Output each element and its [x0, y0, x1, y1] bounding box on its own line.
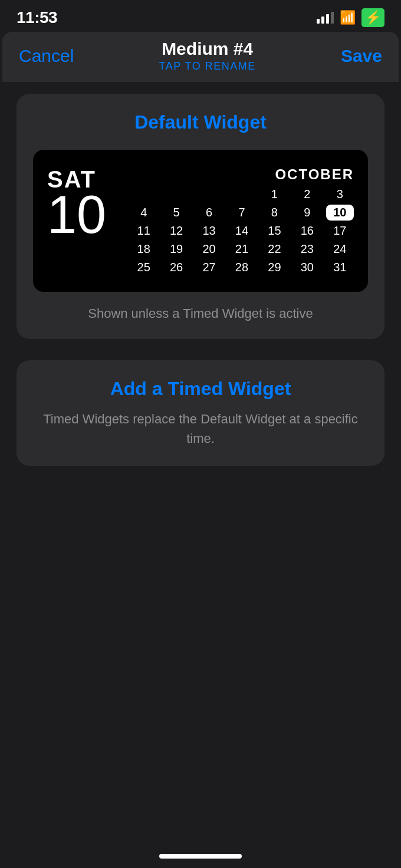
cal-cell: 8: [261, 205, 288, 221]
wifi-icon: 📶: [340, 10, 356, 25]
cal-cell: 14: [228, 223, 255, 239]
cal-cell: 25: [130, 259, 157, 275]
status-icons: 📶 ⚡: [317, 8, 384, 27]
tap-to-rename-label: TAP TO RENAME: [159, 60, 256, 73]
cal-cell: 10: [326, 205, 354, 221]
status-time: 11:53: [17, 8, 57, 27]
default-widget-title: Default Widget: [33, 111, 368, 133]
cal-day-section: SAT 10: [47, 166, 118, 241]
timed-widget-title[interactable]: Add a Timed Widget: [33, 378, 368, 400]
cal-month-name: OCTOBER: [130, 166, 354, 183]
cal-cell: 13: [195, 223, 223, 239]
nav-title-group[interactable]: Medium #4 TAP TO RENAME: [159, 39, 256, 73]
timed-widget-description: Timed Widgets replace the Default Widget…: [33, 409, 368, 448]
default-widget-description: Shown unless a Timed Widget is active: [33, 306, 368, 321]
cal-cell: 21: [228, 241, 255, 257]
nav-bar: Cancel Medium #4 TAP TO RENAME Save: [2, 32, 399, 82]
cal-cell: 5: [162, 205, 190, 221]
cal-cell: 15: [261, 223, 288, 239]
calendar-widget-preview: SAT 10 OCTOBER 1234567891011121314151617…: [33, 150, 368, 292]
cal-cell: 23: [293, 241, 321, 257]
cal-cell: 19: [162, 241, 190, 257]
save-button[interactable]: Save: [341, 46, 382, 66]
default-widget-card[interactable]: Default Widget SAT 10 OCTOBER 1234567891…: [17, 94, 384, 339]
cal-cell: 11: [130, 223, 157, 239]
cal-cell: [130, 186, 157, 202]
cal-cell: 18: [130, 241, 157, 257]
cal-month-grid: OCTOBER 12345678910111213141516171819202…: [130, 166, 354, 275]
cal-cell: 24: [326, 241, 354, 257]
cal-cell: 9: [293, 205, 321, 221]
cal-cell: [195, 186, 223, 202]
cal-cell: 26: [162, 259, 190, 275]
cal-cell: 2: [293, 186, 321, 202]
cal-cell: 1: [261, 186, 288, 202]
battery-icon: ⚡: [361, 8, 384, 27]
cal-cell: 20: [195, 241, 223, 257]
cal-cell: 6: [195, 205, 223, 221]
main-content: Default Widget SAT 10 OCTOBER 1234567891…: [0, 82, 401, 832]
status-bar: 11:53 📶 ⚡: [0, 0, 401, 32]
cal-cell: 3: [326, 186, 354, 202]
cancel-button[interactable]: Cancel: [19, 46, 74, 66]
cal-cell: 30: [293, 259, 321, 275]
cal-cell: 7: [228, 205, 255, 221]
cal-cell: 28: [228, 259, 255, 275]
cal-cell: [162, 186, 190, 202]
cal-cell: [228, 186, 255, 202]
cal-grid: 1234567891011121314151617181920212223242…: [130, 186, 354, 275]
cal-cell: 12: [162, 223, 190, 239]
cal-cell: 22: [261, 241, 288, 257]
cal-cell: 16: [293, 223, 321, 239]
cal-cell: 27: [195, 259, 223, 275]
signal-icon: [317, 12, 334, 24]
cal-cell: 29: [261, 259, 288, 275]
cal-cell: 4: [130, 205, 157, 221]
cal-cell: 31: [326, 259, 354, 275]
timed-widget-card[interactable]: Add a Timed Widget Timed Widgets replace…: [17, 360, 384, 466]
cal-cell: 17: [326, 223, 354, 239]
nav-title: Medium #4: [162, 39, 253, 59]
cal-day-number: 10: [47, 188, 106, 241]
home-indicator: [159, 854, 242, 859]
